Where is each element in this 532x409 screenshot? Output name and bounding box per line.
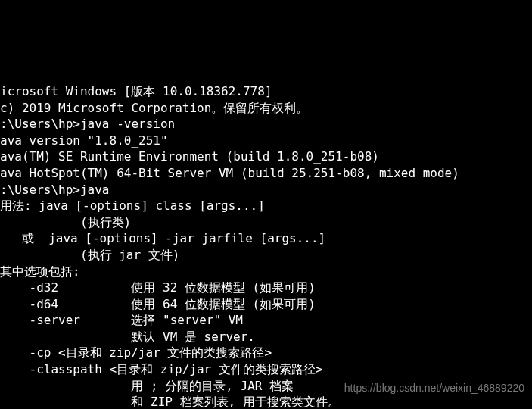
terminal-line: :\Users\hp>java <box>0 182 532 198</box>
terminal-line: 默认 VM 是 server. <box>0 329 532 345</box>
terminal-line: 和 ZIP 档案列表, 用于搜索类文件。 <box>0 394 532 409</box>
terminal-line: ava version "1.8.0_251" <box>0 133 532 149</box>
terminal-line: -d32 使用 32 位数据模型 (如果可用) <box>0 279 532 296</box>
terminal-line: -server 选择 "server" VM <box>0 312 532 329</box>
terminal-line: -d64 使用 64 位数据模型 (如果可用) <box>0 296 532 313</box>
terminal-line: (执行 jar 文件) <box>0 247 532 264</box>
terminal-line: -cp <目录和 zip/jar 文件的类搜索路径> <box>0 345 532 361</box>
watermark-text: https://blog.csdn.net/weixin_46889220 <box>344 381 524 395</box>
terminal-line: (执行类) <box>0 214 532 231</box>
terminal-line: ava(TM) SE Runtime Environment (build 1.… <box>0 148 532 165</box>
terminal-line: :\Users\hp>java -version <box>0 116 532 133</box>
terminal-line: c) 2019 Microsoft Corporation。保留所有权利。 <box>0 100 532 117</box>
terminal-line: 用法: java [-options] class [args...] <box>0 198 532 214</box>
terminal-line: -classpath <目录和 zip/jar 文件的类搜索路径> <box>0 361 532 378</box>
terminal-line: icrosoft Windows [版本 10.0.18362.778] <box>0 83 532 100</box>
terminal-line: 或 java [-options] -jar jarfile [args...] <box>0 230 532 247</box>
terminal-line: ava HotSpot(TM) 64-Bit Server VM (build … <box>0 165 532 182</box>
terminal-line: 其中选项包括: <box>0 264 532 280</box>
terminal-output[interactable]: icrosoft Windows [版本 10.0.18362.778]c) 2… <box>0 65 532 409</box>
